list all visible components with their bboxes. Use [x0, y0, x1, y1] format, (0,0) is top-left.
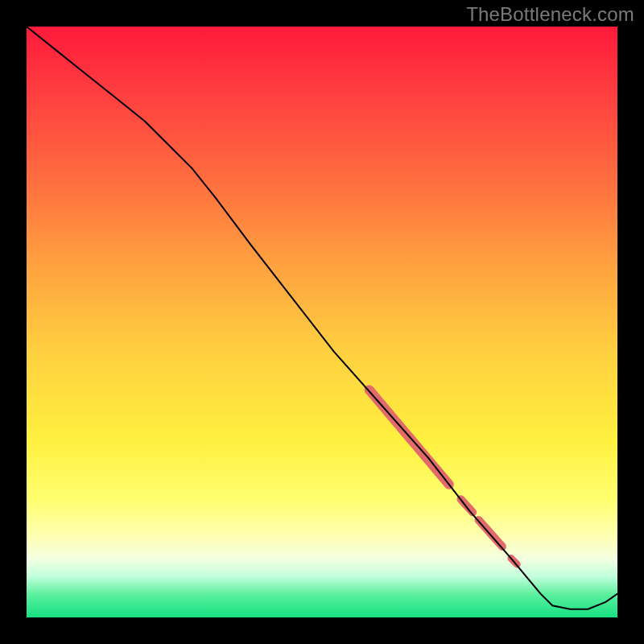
chart-svg — [27, 27, 617, 617]
bottleneck-curve — [27, 27, 617, 609]
highlight-short — [479, 520, 502, 547]
plot-area — [27, 27, 617, 617]
chart-frame: TheBottleneck.com — [0, 0, 644, 644]
watermark-text: TheBottleneck.com — [466, 3, 634, 26]
